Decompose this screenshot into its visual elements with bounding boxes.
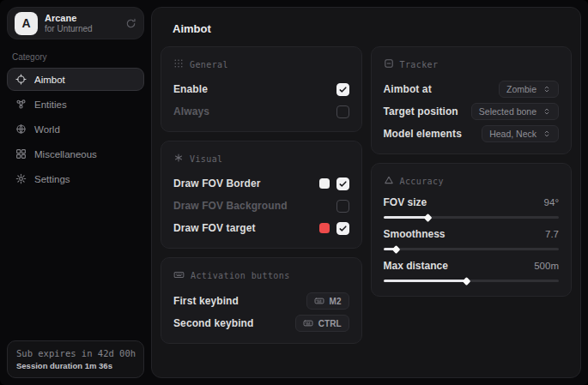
entities-icon bbox=[15, 99, 27, 110]
sidebar-item-settings[interactable]: Settings bbox=[7, 167, 144, 190]
chevron-up-down-icon bbox=[543, 85, 551, 93]
setting-label: Always bbox=[173, 105, 336, 117]
setting-label: Smoothness bbox=[384, 228, 446, 240]
first-keybind-button[interactable]: M2 bbox=[306, 292, 349, 310]
app-title: Arcane bbox=[45, 13, 118, 24]
setting-row-fov-target: Draw FOV target bbox=[173, 219, 349, 238]
accuracy-title: Accuracy bbox=[400, 177, 444, 186]
slider-fill[interactable] bbox=[384, 280, 466, 282]
page-title: Aimbot bbox=[173, 22, 572, 35]
tracker-icon bbox=[384, 58, 394, 70]
sidebar-item-label: Aimbot bbox=[34, 75, 65, 85]
smoothness-value: 7.7 bbox=[545, 229, 559, 239]
category-label: Category bbox=[12, 52, 144, 62]
enable-checkbox[interactable] bbox=[336, 83, 349, 96]
slider-fill[interactable] bbox=[384, 248, 396, 250]
sidebar-item-world[interactable]: World bbox=[7, 117, 144, 141]
setting-row-aimbot-at: Aimbot at Zombie bbox=[384, 80, 560, 99]
setting-label: Model elements bbox=[384, 128, 482, 140]
setting-row-enable: Enable bbox=[173, 80, 349, 99]
setting-row-second-keybind: Second keybind CTRL bbox=[173, 314, 349, 333]
fov-background-checkbox[interactable] bbox=[336, 200, 349, 213]
tracker-card: Tracker Aimbot at Zombie bbox=[371, 46, 573, 154]
sidebar-item-entities[interactable]: Entities bbox=[7, 93, 144, 116]
setting-label: First keybind bbox=[173, 295, 306, 307]
subscription-status: Sub expires in 42d 00h Session duration … bbox=[7, 340, 144, 378]
accuracy-card: Accuracy FOV size 94° bbox=[371, 163, 573, 297]
main-panel: Aimbot General bbox=[151, 7, 581, 378]
setting-label: Draw FOV Background bbox=[173, 200, 336, 212]
setting-label: Max distance bbox=[384, 260, 448, 272]
triangle-icon bbox=[384, 175, 394, 187]
setting-label: Second keybind bbox=[173, 317, 295, 329]
sidebar-item-aimbot[interactable]: Aimbot bbox=[7, 68, 144, 91]
setting-row-fov-background: Draw FOV Background bbox=[173, 196, 349, 215]
max-distance-slider[interactable] bbox=[384, 278, 560, 284]
setting-label: Draw FOV target bbox=[173, 222, 319, 234]
chevron-up-down-icon bbox=[543, 107, 551, 116]
smoothness-setting: Smoothness 7.7 bbox=[384, 228, 560, 252]
fov-size-slider[interactable] bbox=[384, 214, 560, 220]
general-icon bbox=[173, 58, 184, 70]
fov-border-color-swatch[interactable] bbox=[319, 178, 330, 189]
setting-label: Aimbot at bbox=[384, 83, 499, 95]
app-subtitle: for Unturned bbox=[45, 24, 118, 34]
target-position-dropdown[interactable]: Selected bone bbox=[471, 103, 559, 120]
keyboard-icon bbox=[173, 269, 185, 282]
keyboard-icon bbox=[303, 318, 313, 328]
globe-icon bbox=[15, 123, 27, 135]
fov-target-checkbox[interactable] bbox=[336, 222, 349, 235]
visual-title: Visual bbox=[190, 154, 223, 164]
setting-label: Enable bbox=[173, 83, 336, 95]
max-distance-value: 500m bbox=[534, 261, 559, 271]
keyboard-icon bbox=[314, 296, 324, 306]
dropdown-value: Selected bone bbox=[479, 106, 536, 117]
model-elements-dropdown[interactable]: Head, Neck bbox=[482, 125, 559, 142]
activation-card: Activation buttons First keybind bbox=[161, 257, 362, 344]
fov-size-setting: FOV size 94° bbox=[384, 196, 560, 220]
app-window: A Arcane for Unturned Category Aimbot bbox=[0, 0, 588, 385]
setting-row-first-keybind: First keybind M2 bbox=[173, 292, 349, 310]
setting-label: Draw FOV Border bbox=[173, 177, 319, 189]
app-logo: A bbox=[15, 12, 38, 35]
grid-icon bbox=[15, 148, 27, 159]
gear-icon bbox=[15, 173, 27, 184]
sidebar-item-miscellaneous[interactable]: Miscellaneous bbox=[7, 142, 144, 165]
fov-size-value: 94° bbox=[544, 197, 559, 208]
setting-row-target-position: Target position Selected bone bbox=[384, 102, 560, 121]
general-title: General bbox=[190, 60, 228, 69]
smoothness-slider[interactable] bbox=[384, 246, 560, 252]
max-distance-setting: Max distance 500m bbox=[384, 260, 560, 284]
sync-icon[interactable] bbox=[125, 18, 136, 29]
visual-icon bbox=[173, 153, 184, 165]
dropdown-value: Head, Neck bbox=[489, 129, 536, 139]
always-checkbox[interactable] bbox=[336, 105, 349, 118]
setting-row-fov-border: Draw FOV Border bbox=[173, 174, 349, 193]
dropdown-value: Zombie bbox=[506, 84, 536, 94]
aimbot-at-dropdown[interactable]: Zombie bbox=[499, 81, 559, 98]
setting-row-always: Always bbox=[173, 102, 349, 121]
setting-label: Target position bbox=[384, 105, 471, 117]
slider-fill[interactable] bbox=[384, 216, 427, 219]
chevron-up-down-icon bbox=[543, 129, 551, 138]
sidebar: A Arcane for Unturned Category Aimbot bbox=[0, 0, 151, 385]
second-keybind-button[interactable]: CTRL bbox=[295, 315, 349, 332]
tracker-title: Tracker bbox=[400, 60, 439, 69]
sidebar-header: A Arcane for Unturned bbox=[7, 7, 144, 39]
activation-title: Activation buttons bbox=[191, 271, 290, 280]
setting-row-model-elements: Model elements Head, Neck bbox=[384, 124, 560, 143]
keybind-value: CTRL bbox=[318, 319, 342, 328]
setting-label: FOV size bbox=[384, 196, 427, 208]
sidebar-item-label: Entities bbox=[34, 99, 67, 110]
sidebar-nav: Aimbot Entities World bbox=[7, 68, 144, 190]
visual-card: Visual Draw FOV Border Draw FOV Backgrou… bbox=[161, 141, 362, 249]
crosshair-icon bbox=[15, 74, 27, 85]
session-duration-text: Session duration 1m 36s bbox=[16, 361, 135, 370]
sub-expiry-text: Sub expires in 42d 00h bbox=[16, 348, 135, 358]
fov-target-color-swatch[interactable] bbox=[319, 223, 330, 233]
sidebar-item-label: World bbox=[34, 124, 60, 135]
sidebar-item-label: Settings bbox=[34, 174, 70, 184]
sidebar-item-label: Miscellaneous bbox=[34, 149, 97, 159]
fov-border-checkbox[interactable] bbox=[336, 177, 349, 190]
general-card: General Enable Always bbox=[161, 46, 362, 132]
